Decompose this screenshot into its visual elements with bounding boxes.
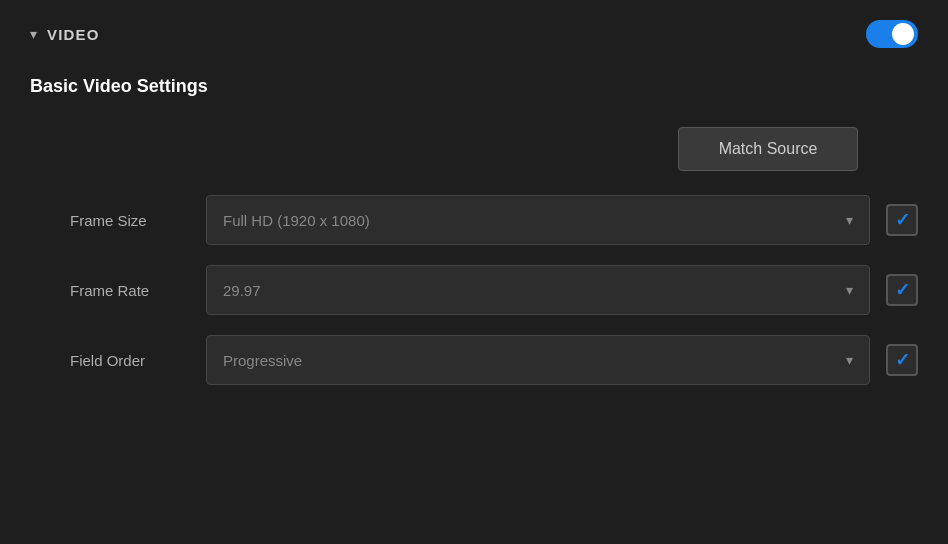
- field-order-label: Field Order: [30, 352, 190, 369]
- field-order-chevron-icon: ▾: [846, 352, 853, 368]
- field-order-row: Field Order Progressive ▾ ✓: [30, 335, 918, 385]
- toggle-thumb: [892, 23, 914, 45]
- frame-rate-value: 29.97: [223, 282, 261, 299]
- field-order-checkmark-icon: ✓: [895, 349, 910, 371]
- frame-rate-checkbox[interactable]: ✓: [886, 274, 918, 306]
- section-header-left: ▾ VIDEO: [30, 26, 100, 43]
- video-toggle[interactable]: [866, 20, 918, 48]
- frame-rate-chevron-icon: ▾: [846, 282, 853, 298]
- match-source-button[interactable]: Match Source: [678, 127, 858, 171]
- field-order-value: Progressive: [223, 352, 302, 369]
- frame-rate-label: Frame Rate: [30, 282, 190, 299]
- frame-rate-row: Frame Rate 29.97 ▾ ✓: [30, 265, 918, 315]
- basic-video-settings-title: Basic Video Settings: [30, 76, 918, 97]
- video-settings-panel: ▾ VIDEO Basic Video Settings Match Sourc…: [0, 0, 948, 544]
- frame-size-dropdown[interactable]: Full HD (1920 x 1080) ▾: [206, 195, 870, 245]
- frame-size-value: Full HD (1920 x 1080): [223, 212, 370, 229]
- frame-rate-checkmark-icon: ✓: [895, 279, 910, 301]
- section-title: VIDEO: [47, 26, 100, 43]
- frame-size-row: Frame Size Full HD (1920 x 1080) ▾ ✓: [30, 195, 918, 245]
- chevron-down-icon[interactable]: ▾: [30, 26, 37, 42]
- field-order-dropdown[interactable]: Progressive ▾: [206, 335, 870, 385]
- frame-size-label: Frame Size: [30, 212, 190, 229]
- match-source-container: Match Source: [30, 127, 918, 171]
- frame-size-chevron-icon: ▾: [846, 212, 853, 228]
- field-order-checkbox[interactable]: ✓: [886, 344, 918, 376]
- frame-rate-dropdown[interactable]: 29.97 ▾: [206, 265, 870, 315]
- toggle-track: [866, 20, 918, 48]
- frame-size-checkmark-icon: ✓: [895, 209, 910, 231]
- frame-size-checkbox[interactable]: ✓: [886, 204, 918, 236]
- section-header: ▾ VIDEO: [30, 20, 918, 48]
